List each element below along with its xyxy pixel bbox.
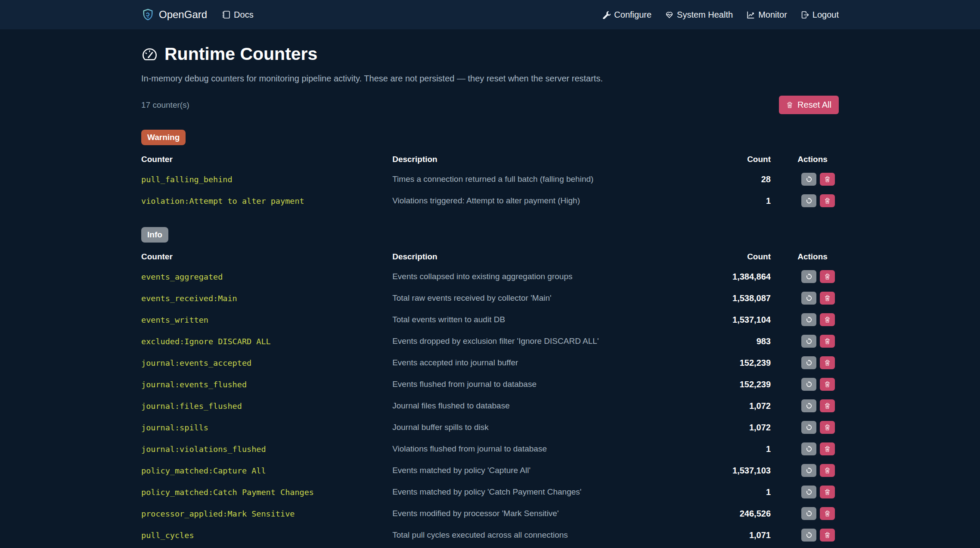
info-badge: Info <box>141 227 168 243</box>
delete-counter-button[interactable] <box>820 464 835 477</box>
column-header-description: Description <box>392 149 704 168</box>
reset-icon <box>806 273 813 280</box>
table-header-row: Counter Description Count Actions <box>141 149 839 168</box>
nav-link-docs[interactable]: Docs <box>222 10 254 20</box>
delete-counter-button[interactable] <box>820 529 835 542</box>
counter-row: pull_falling_behindTimes a connection re… <box>141 168 839 190</box>
counter-actions <box>786 395 839 417</box>
counter-name: journal:violations_flushed <box>141 438 392 460</box>
column-header-actions: Actions <box>786 149 839 168</box>
reset-icon <box>806 467 813 474</box>
delete-counter-button[interactable] <box>820 313 835 326</box>
reset-icon <box>806 489 813 495</box>
reset-counter-button[interactable] <box>801 173 816 186</box>
reset-counter-button[interactable] <box>801 442 816 455</box>
counter-actions <box>786 190 839 212</box>
column-header-actions: Actions <box>786 247 839 266</box>
counter-count: 1,072 <box>704 395 786 417</box>
counter-row: journal:violations_flushedViolations flu… <box>141 438 839 460</box>
logout-icon <box>801 11 809 19</box>
delete-counter-button[interactable] <box>820 194 835 207</box>
trash-icon <box>824 176 831 183</box>
reset-counter-button[interactable] <box>801 507 816 520</box>
counter-name: violation:Attempt to alter payment <box>141 190 392 212</box>
counter-count: 1 <box>704 481 786 503</box>
counter-name: retention:runs_completed <box>141 546 392 548</box>
counter-row: excluded:Ignore DISCARD ALLEvents droppe… <box>141 330 839 352</box>
delete-counter-button[interactable] <box>820 356 835 369</box>
counter-row: processor_applied:Mark SensitiveEvents m… <box>141 503 839 524</box>
reset-icon <box>806 532 813 539</box>
counter-count: 1,384,864 <box>704 266 786 287</box>
delete-counter-button[interactable] <box>820 507 835 520</box>
info-counters-table: Counter Description Count Actions events… <box>141 247 839 548</box>
delete-counter-button[interactable] <box>820 399 835 412</box>
counter-description: Events collapsed into existing aggregati… <box>392 266 704 287</box>
delete-counter-button[interactable] <box>820 421 835 434</box>
counter-actions <box>786 524 839 546</box>
counter-description: Events flushed from journal to database <box>392 374 704 395</box>
nav-link-label: Monitor <box>758 10 787 20</box>
counter-description: Total raw events received by collector '… <box>392 287 704 309</box>
navbar: OpenGard Docs Configure <box>0 0 980 29</box>
reset-icon <box>806 381 813 388</box>
counter-name: events_aggregated <box>141 266 392 287</box>
counter-description: Journal files flushed to database <box>392 395 704 417</box>
main-content: Runtime Counters In-memory debug counter… <box>141 44 839 548</box>
reset-counter-button[interactable] <box>801 464 816 477</box>
trash-icon <box>824 489 831 495</box>
counter-description: Total pull cycles executed across all co… <box>392 524 704 546</box>
delete-counter-button[interactable] <box>820 270 835 283</box>
reset-counter-button[interactable] <box>801 399 816 412</box>
counter-row: journal:spillsJournal buffer spills to d… <box>141 417 839 438</box>
reset-icon <box>806 197 813 204</box>
reset-counter-button[interactable] <box>801 378 816 391</box>
nav-link-configure[interactable]: Configure <box>602 10 651 20</box>
reset-counter-button[interactable] <box>801 356 816 369</box>
delete-counter-button[interactable] <box>820 442 835 455</box>
trash-icon <box>824 467 831 474</box>
toolbar: 17 counter(s) Reset All <box>141 96 839 114</box>
trash-icon <box>824 273 831 280</box>
reset-counter-button[interactable] <box>801 194 816 207</box>
column-header-counter: Counter <box>141 247 392 266</box>
column-header-count: Count <box>704 149 786 168</box>
counter-name: processor_applied:Mark Sensitive <box>141 503 392 524</box>
nav-link-system-health[interactable]: System Health <box>665 10 733 20</box>
counter-row: journal:files_flushedJournal files flush… <box>141 395 839 417</box>
reset-counter-button[interactable] <box>801 292 816 305</box>
page-subtitle: In-memory debug counters for monitoring … <box>141 74 839 84</box>
reset-counter-button[interactable] <box>801 421 816 434</box>
nav-link-logout[interactable]: Logout <box>801 10 839 20</box>
nav-link-label: Logout <box>813 10 839 20</box>
brand-link[interactable]: OpenGard <box>141 8 207 22</box>
section-info: Info Counter Description Count Actions e… <box>141 212 839 548</box>
reset-counter-button[interactable] <box>801 270 816 283</box>
counter-count: 152,239 <box>704 374 786 395</box>
trash-icon <box>824 316 831 323</box>
counter-count: 1,538,087 <box>704 287 786 309</box>
counter-actions <box>786 168 839 190</box>
reset-counter-button[interactable] <box>801 335 816 348</box>
reset-counter-button[interactable] <box>801 313 816 326</box>
nav-link-monitor[interactable]: Monitor <box>747 10 787 20</box>
reset-counter-button[interactable] <box>801 486 816 498</box>
counter-name: journal:files_flushed <box>141 395 392 417</box>
navbar-left: OpenGard Docs <box>141 8 254 22</box>
delete-counter-button[interactable] <box>820 378 835 391</box>
delete-counter-button[interactable] <box>820 486 835 498</box>
counter-row: retention:runs_completedData retention s… <box>141 546 839 548</box>
delete-counter-button[interactable] <box>820 335 835 348</box>
counter-total: 17 counter(s) <box>141 100 189 110</box>
counter-description: Times a connection returned a full batch… <box>392 168 704 190</box>
reset-counter-button[interactable] <box>801 529 816 542</box>
trash-icon <box>824 381 831 388</box>
counter-description: Events accepted into journal buffer <box>392 352 704 374</box>
delete-counter-button[interactable] <box>820 292 835 305</box>
reset-icon <box>806 510 813 517</box>
reset-all-button[interactable]: Reset All <box>779 96 839 114</box>
counter-description: Violations triggered: Attempt to alter p… <box>392 190 704 212</box>
trash-icon <box>824 338 831 345</box>
delete-counter-button[interactable] <box>820 173 835 186</box>
counter-actions <box>786 266 839 287</box>
